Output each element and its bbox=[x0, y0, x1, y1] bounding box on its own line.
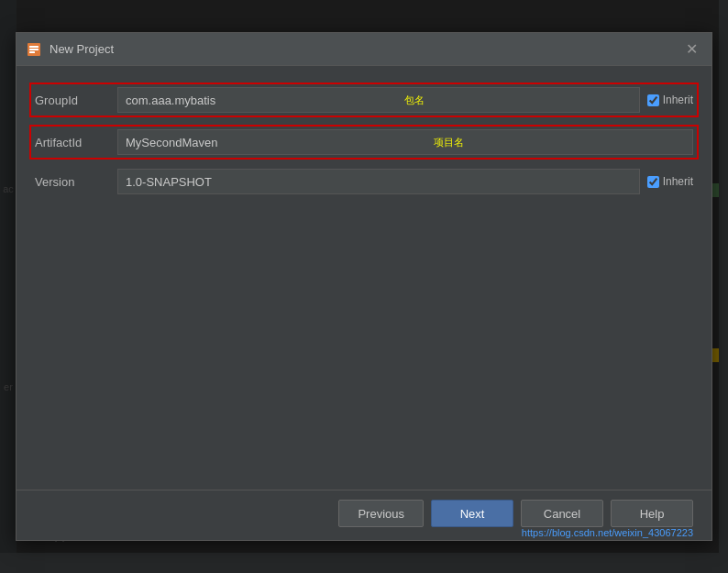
groupid-field-wrap: 包名 bbox=[117, 87, 640, 113]
artifactid-label: ArtifactId bbox=[35, 136, 117, 149]
footer-link: https://blog.csdn.net/weixin_43067223 bbox=[522, 527, 693, 538]
version-input[interactable] bbox=[117, 169, 640, 194]
artifactid-input[interactable] bbox=[117, 129, 693, 155]
previous-button[interactable]: Previous bbox=[338, 500, 424, 527]
version-inherit-wrap: Inherit bbox=[647, 175, 693, 188]
dialog-content: GroupId 包名 Inherit ArtifactId 项目名 bbox=[17, 66, 711, 490]
dialog-overlay: New Project ✕ GroupId 包名 Inherit Artifac… bbox=[0, 0, 728, 573]
next-button[interactable]: Next bbox=[431, 500, 513, 527]
title-bar: New Project ✕ bbox=[17, 33, 711, 66]
svg-rect-3 bbox=[29, 51, 35, 53]
version-label: Version bbox=[35, 175, 117, 189]
new-project-dialog: New Project ✕ GroupId 包名 Inherit Artifac… bbox=[16, 32, 712, 541]
groupid-inherit-label: Inherit bbox=[663, 94, 693, 106]
svg-rect-2 bbox=[29, 49, 39, 50]
artifactid-row: ArtifactId 项目名 bbox=[31, 127, 697, 158]
content-spacer bbox=[35, 205, 693, 480]
cancel-button[interactable]: Cancel bbox=[521, 500, 603, 527]
version-inherit-label: Inherit bbox=[663, 175, 693, 188]
artifactid-field-wrap: 项目名 bbox=[117, 129, 693, 155]
dialog-footer: Previous Next Cancel Help https://blog.c… bbox=[17, 490, 711, 540]
groupid-row: GroupId 包名 Inherit bbox=[31, 84, 697, 116]
close-button[interactable]: ✕ bbox=[680, 39, 702, 61]
groupid-inherit-checkbox[interactable] bbox=[647, 94, 659, 106]
groupid-inherit-wrap: Inherit bbox=[647, 94, 693, 106]
help-button[interactable]: Help bbox=[611, 500, 693, 527]
svg-rect-1 bbox=[29, 46, 39, 48]
groupid-input[interactable] bbox=[117, 87, 640, 113]
dialog-icon bbox=[26, 41, 42, 58]
version-inherit-checkbox[interactable] bbox=[647, 176, 659, 188]
dialog-title: New Project bbox=[50, 42, 680, 56]
version-field-wrap bbox=[117, 169, 640, 194]
groupid-label: GroupId bbox=[35, 94, 117, 107]
version-row: Version Inherit bbox=[35, 169, 693, 194]
